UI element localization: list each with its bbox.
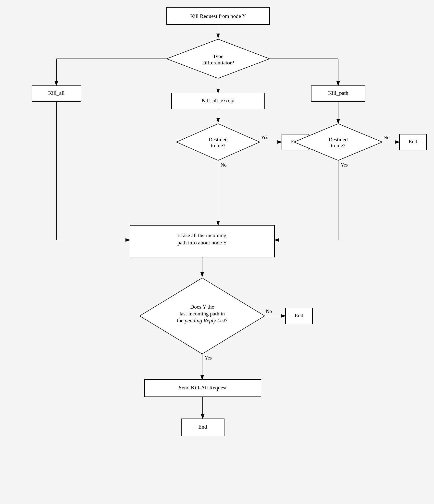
type-diff-node: Type Differentiator? [167, 39, 270, 78]
svg-text:the pending Reply List?: the pending Reply List? [177, 317, 227, 324]
yes-label-2: Yes [341, 162, 348, 168]
no-label-1: No [221, 162, 226, 168]
kill-request-label: Kill Request from node Y [190, 13, 246, 19]
end-2-label: End [409, 138, 417, 144]
no-label-2: No [384, 135, 389, 140]
destined-me-1-label: Destined [209, 136, 228, 143]
type-diff-label: Type [213, 53, 223, 59]
kill-path-node: Kill_path [311, 86, 365, 102]
kill-all-node: Kill_all [32, 86, 81, 102]
svg-text:to me?: to me? [331, 142, 345, 148]
erase-info-node: Erase all the incoming path info about n… [130, 225, 274, 257]
destined-me-1-node: Destined to me? [176, 124, 260, 160]
kill-all-except-node: Kill_all_except [172, 93, 265, 109]
does-y-last-label-1: Does Y the [190, 304, 214, 310]
svg-text:last incoming path in: last incoming path in [179, 311, 225, 317]
svg-text:Differentiator?: Differentiator? [202, 60, 234, 66]
yes-label-1: Yes [261, 135, 268, 140]
end-3-node: End [285, 308, 312, 324]
svg-text:path info about node Y: path info about node Y [177, 240, 227, 246]
end-final-node: End [181, 419, 224, 436]
yes-label-3: Yes [205, 355, 212, 360]
no-label-3: No [266, 309, 272, 314]
diagram-container: Kill Request from node Y Type Differenti… [0, 0, 434, 504]
send-kill-all-label: Send Kill-All Request [179, 384, 227, 391]
destined-me-2-node: Destined to me? [294, 124, 382, 160]
erase-info-label-1: Erase all the incoming [178, 232, 226, 238]
svg-text:to me?: to me? [211, 142, 225, 148]
end-3-label: End [295, 312, 303, 318]
end-final-label: End [198, 424, 207, 430]
kill-all-label: Kill_all [48, 90, 64, 96]
kill-path-label: Kill_path [328, 90, 348, 96]
destined-me-2-label: Destined [329, 136, 348, 143]
does-y-last-node: Does Y the last incoming path in the pen… [140, 278, 265, 354]
send-kill-all-node: Send Kill-All Request [145, 380, 261, 397]
kill-request-node: Kill Request from node Y [167, 7, 270, 24]
kill-all-except-label: Kill_all_except [201, 97, 235, 103]
end-2-node: End [399, 134, 426, 150]
